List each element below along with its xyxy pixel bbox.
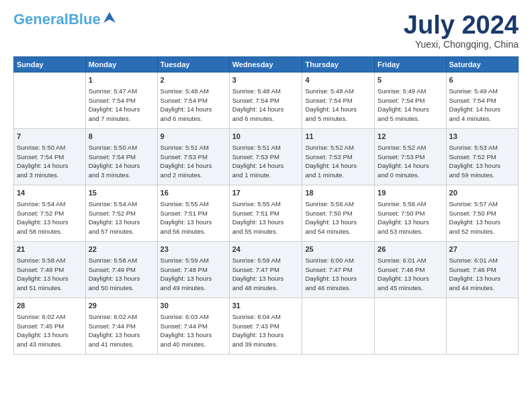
day-info-line: and 2 minutes. bbox=[161, 171, 226, 180]
day-info-line: Daylight: 14 hours bbox=[378, 105, 443, 114]
day-info-line: Sunset: 7:54 PM bbox=[305, 96, 371, 105]
col-tuesday: Tuesday bbox=[157, 57, 229, 73]
day-info-line: Sunset: 7:54 PM bbox=[232, 96, 300, 105]
location-subtitle: Yuexi, Chongqing, China bbox=[404, 39, 519, 50]
day-info-line: and 3 minutes. bbox=[17, 171, 83, 180]
day-info-line: and 52 minutes. bbox=[449, 227, 515, 236]
week-row-2: 14Sunrise: 5:54 AMSunset: 7:52 PMDayligh… bbox=[14, 185, 519, 242]
day-info-line: Sunset: 7:47 PM bbox=[305, 265, 371, 275]
day-info-line: Sunset: 7:54 PM bbox=[17, 152, 83, 162]
cell-w2-d3: 17Sunrise: 5:55 AMSunset: 7:51 PMDayligh… bbox=[229, 185, 302, 242]
cell-w2-d5: 19Sunrise: 5:56 AMSunset: 7:50 PMDayligh… bbox=[375, 185, 446, 242]
day-info-line: and 55 minutes. bbox=[232, 227, 300, 236]
day-info-line: Daylight: 14 hours bbox=[17, 161, 83, 171]
day-info-line: Daylight: 13 hours bbox=[17, 218, 83, 227]
day-info-line: Sunrise: 5:53 AM bbox=[449, 143, 515, 152]
cell-w4-d3: 31Sunrise: 6:04 AMSunset: 7:43 PMDayligh… bbox=[229, 298, 302, 355]
day-info-line: and 51 minutes. bbox=[17, 283, 83, 293]
day-info-line: and 5 minutes. bbox=[378, 114, 443, 124]
day-number: 7 bbox=[17, 132, 83, 142]
logo-general: General bbox=[13, 11, 69, 28]
day-info-line: Sunset: 7:50 PM bbox=[378, 209, 443, 218]
day-info-line: Daylight: 13 hours bbox=[305, 274, 371, 283]
day-info-line: and 3 minutes. bbox=[89, 171, 154, 180]
day-info-line: Sunrise: 6:02 AM bbox=[17, 312, 83, 322]
day-info-line: Sunrise: 5:55 AM bbox=[161, 199, 226, 209]
day-info-line: Daylight: 13 hours bbox=[89, 330, 154, 340]
cell-w3-d1: 22Sunrise: 5:58 AMSunset: 7:49 PMDayligh… bbox=[85, 242, 157, 298]
day-info-line: Daylight: 13 hours bbox=[449, 274, 515, 283]
day-number: 31 bbox=[232, 301, 300, 312]
day-info-line: Sunrise: 5:57 AM bbox=[449, 199, 515, 209]
logo-text: GeneralBlue bbox=[13, 12, 101, 27]
day-info-line: and 56 minutes. bbox=[161, 227, 226, 236]
col-thursday: Thursday bbox=[302, 57, 375, 73]
day-info-line: Daylight: 13 hours bbox=[449, 218, 515, 227]
week-row-3: 21Sunrise: 5:58 AMSunset: 7:49 PMDayligh… bbox=[14, 242, 519, 298]
day-info-line: and 48 minutes. bbox=[232, 283, 300, 293]
day-info-line: Daylight: 14 hours bbox=[232, 161, 300, 171]
cell-w0-d6: 6Sunrise: 5:49 AMSunset: 7:54 PMDaylight… bbox=[446, 73, 518, 129]
cell-w2-d1: 15Sunrise: 5:54 AMSunset: 7:52 PMDayligh… bbox=[85, 185, 157, 242]
cell-w0-d3: 3Sunrise: 5:48 AMSunset: 7:54 PMDaylight… bbox=[229, 73, 302, 129]
day-info-line: Sunset: 7:54 PM bbox=[378, 96, 443, 105]
day-number: 11 bbox=[305, 132, 371, 142]
day-info-line: and 50 minutes. bbox=[89, 283, 154, 293]
day-info-line: Daylight: 13 hours bbox=[89, 218, 154, 227]
cell-w4-d4 bbox=[302, 298, 375, 355]
day-info-line: Sunrise: 6:00 AM bbox=[305, 256, 371, 265]
day-info-line: and 59 minutes. bbox=[449, 171, 515, 180]
day-info-line: Sunset: 7:45 PM bbox=[17, 322, 83, 331]
day-info-line: and 53 minutes. bbox=[378, 227, 443, 236]
col-sunday: Sunday bbox=[14, 57, 86, 73]
day-info-line: Sunset: 7:52 PM bbox=[89, 209, 154, 218]
day-info-line: Sunset: 7:44 PM bbox=[89, 322, 154, 331]
cell-w1-d0: 7Sunrise: 5:50 AMSunset: 7:54 PMDaylight… bbox=[14, 129, 86, 185]
day-info-line: and 40 minutes. bbox=[161, 340, 226, 349]
day-number: 13 bbox=[449, 132, 515, 142]
week-row-0: 1Sunrise: 5:47 AMSunset: 7:54 PMDaylight… bbox=[14, 73, 519, 129]
day-info-line: Sunset: 7:54 PM bbox=[449, 96, 515, 105]
day-info-line: Sunrise: 6:01 AM bbox=[449, 256, 515, 265]
day-number: 19 bbox=[378, 188, 443, 199]
day-info-line: and 6 minutes. bbox=[161, 114, 226, 124]
day-info-line: Sunrise: 5:51 AM bbox=[161, 143, 226, 152]
cell-w0-d4: 4Sunrise: 5:48 AMSunset: 7:54 PMDaylight… bbox=[302, 73, 375, 129]
day-info-line: Sunset: 7:48 PM bbox=[161, 265, 226, 275]
cell-w4-d6 bbox=[446, 298, 518, 355]
day-number: 8 bbox=[89, 132, 154, 142]
day-number: 21 bbox=[17, 244, 83, 255]
day-number: 26 bbox=[378, 244, 443, 255]
day-info-line: Sunrise: 5:52 AM bbox=[305, 143, 371, 152]
day-number: 2 bbox=[161, 75, 226, 86]
day-info-line: Sunset: 7:53 PM bbox=[232, 152, 300, 162]
day-info-line: Sunset: 7:44 PM bbox=[161, 322, 226, 331]
day-info-line: and 0 minutes. bbox=[378, 171, 443, 180]
day-info-line: Sunset: 7:52 PM bbox=[17, 209, 83, 218]
day-info-line: and 57 minutes. bbox=[89, 227, 154, 236]
day-info-line: Daylight: 13 hours bbox=[161, 218, 226, 227]
day-info-line: Daylight: 13 hours bbox=[232, 330, 300, 340]
cell-w1-d4: 11Sunrise: 5:52 AMSunset: 7:53 PMDayligh… bbox=[302, 129, 375, 185]
day-info-line: and 4 minutes. bbox=[449, 114, 515, 124]
day-info-line: and 58 minutes. bbox=[17, 227, 83, 236]
day-info-line: and 43 minutes. bbox=[17, 340, 83, 349]
cell-w4-d5 bbox=[375, 298, 446, 355]
day-info-line: Sunrise: 5:56 AM bbox=[305, 199, 371, 209]
cell-w2-d4: 18Sunrise: 5:56 AMSunset: 7:50 PMDayligh… bbox=[302, 185, 375, 242]
day-number: 3 bbox=[232, 75, 300, 86]
cell-w3-d2: 23Sunrise: 5:59 AMSunset: 7:48 PMDayligh… bbox=[157, 242, 229, 298]
logo-bird-icon bbox=[102, 11, 117, 26]
day-info-line: Sunset: 7:50 PM bbox=[449, 209, 515, 218]
day-info-line: Sunrise: 5:51 AM bbox=[232, 143, 300, 152]
day-info-line: Sunset: 7:54 PM bbox=[89, 152, 154, 162]
day-info-line: Daylight: 13 hours bbox=[89, 274, 154, 283]
day-info-line: Sunrise: 6:03 AM bbox=[161, 312, 226, 322]
day-info-line: Sunrise: 5:58 AM bbox=[89, 256, 154, 265]
day-info-line: Sunrise: 5:50 AM bbox=[89, 143, 154, 152]
month-title: July 2024 bbox=[404, 12, 519, 38]
day-number: 18 bbox=[305, 188, 371, 199]
day-info-line: Daylight: 14 hours bbox=[89, 105, 154, 114]
header-row: Sunday Monday Tuesday Wednesday Thursday… bbox=[14, 57, 519, 73]
day-info-line: Daylight: 14 hours bbox=[378, 161, 443, 171]
